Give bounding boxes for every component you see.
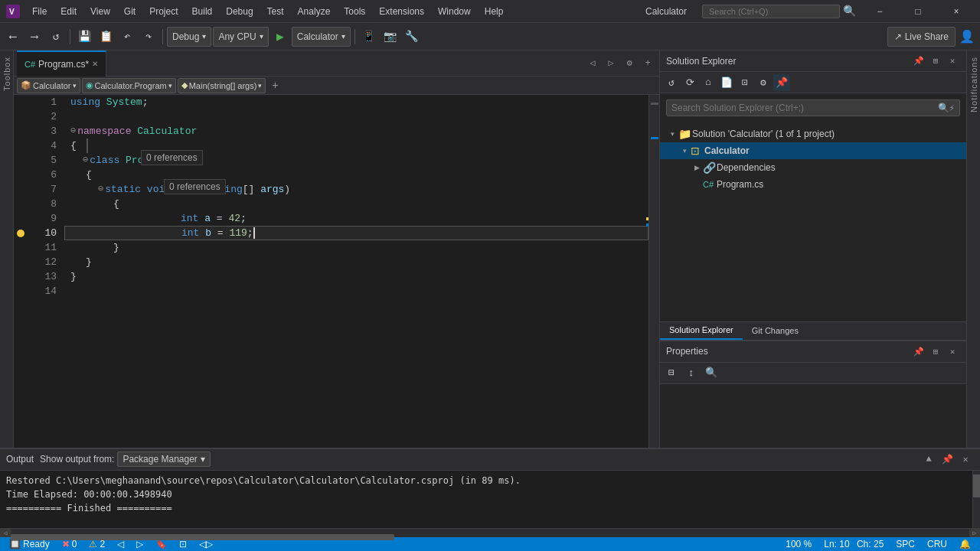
menu-debug[interactable]: Debug: [220, 5, 259, 18]
tree-item-solution[interactable]: ▾ 📁 Solution 'Calculator' (1 of 1 projec…: [660, 126, 966, 142]
tab-program-cs[interactable]: C# Program.cs* ✕: [17, 51, 106, 77]
output-scrollbar[interactable]: [972, 471, 980, 528]
se-home-button[interactable]: ⌂: [700, 74, 717, 91]
tree-item-calculator[interactable]: ▾ ⊡ Calculator: [660, 142, 966, 159]
status-line-col[interactable]: Ln: 10 Ch: 25: [821, 539, 887, 549]
global-search-input[interactable]: [702, 5, 840, 18]
expand-icon[interactable]: ▾: [678, 147, 691, 155]
se-search-box[interactable]: 🔍 ⚡: [666, 99, 960, 116]
status-spaces[interactable]: SPC: [893, 539, 918, 549]
scroll-thumb[interactable]: [973, 474, 980, 497]
output-close-button[interactable]: ✕: [957, 451, 974, 468]
add-breadcrumb-button[interactable]: +: [267, 78, 283, 93]
menu-view[interactable]: View: [84, 5, 116, 18]
code-content[interactable]: using System ; ⊖ namespace Calculator: [64, 95, 648, 448]
code-line-2: [64, 109, 648, 124]
tab-scroll-right[interactable]: ▷: [603, 55, 619, 72]
notifications-sidebar[interactable]: Notifications: [966, 51, 980, 448]
props-expand-button[interactable]: ⊞: [928, 344, 943, 359]
filter-icon[interactable]: ⚡: [949, 103, 955, 114]
code-editor[interactable]: 1 2 3 4 5 6 7 8 9 10 11 12 13 14: [14, 95, 659, 448]
hscroll-thumb[interactable]: [11, 534, 394, 540]
menu-project[interactable]: Project: [143, 5, 184, 18]
save-button[interactable]: 💾: [74, 27, 94, 47]
menu-file[interactable]: File: [26, 5, 53, 18]
props-sort-button[interactable]: ↕: [683, 364, 700, 381]
menu-analyze[interactable]: Analyze: [292, 5, 337, 18]
output-source-dropdown[interactable]: Package Manager ▾: [117, 452, 210, 467]
forward-button[interactable]: ⟶: [24, 27, 44, 47]
props-categories-button[interactable]: ⊟: [663, 364, 680, 381]
status-encoding[interactable]: CRU: [924, 539, 950, 549]
tree-item-program-cs[interactable]: C# Program.cs: [660, 176, 966, 193]
editor-scrollbar[interactable]: [648, 95, 659, 448]
status-zoom[interactable]: 100 %: [782, 539, 815, 549]
platform-dropdown[interactable]: Any CPU ▾: [213, 27, 268, 47]
expand-icon[interactable]: ▾: [666, 130, 678, 138]
menu-window[interactable]: Window: [432, 5, 477, 18]
status-notifications[interactable]: 🔔: [956, 539, 974, 549]
keyword-using: using: [70, 95, 100, 109]
add-tab-button[interactable]: +: [639, 55, 656, 72]
se-pin-active-button[interactable]: 📌: [773, 74, 790, 91]
menu-build[interactable]: Build: [186, 5, 219, 18]
screenshot-button[interactable]: 📷: [381, 27, 400, 47]
menu-git[interactable]: Git: [118, 5, 142, 18]
tab-scroll-left[interactable]: ◁: [584, 55, 601, 72]
start-button[interactable]: ▶: [270, 27, 290, 47]
tree-item-dependencies[interactable]: ▶ 🔗 Dependencies: [660, 159, 966, 176]
context-dropdown-2[interactable]: ◉ Calculator.Program ▾: [82, 78, 176, 93]
chevron-down-icon: ▾: [168, 82, 172, 90]
redo-button[interactable]: ↷: [139, 27, 158, 47]
menu-tools[interactable]: Tools: [338, 5, 371, 18]
toolbox-sidebar[interactable]: Toolbox: [0, 51, 14, 448]
account-button[interactable]: 👤: [957, 27, 977, 47]
context-dropdown-1[interactable]: 📦 Calculator ▾: [17, 78, 80, 93]
tab-close-button[interactable]: ✕: [92, 60, 98, 68]
hscroll-right-button[interactable]: ▷: [969, 528, 980, 537]
maximize-button[interactable]: □: [900, 0, 936, 23]
se-close-button[interactable]: ✕: [945, 54, 960, 69]
se-tab-git[interactable]: Git Changes: [743, 321, 808, 340]
hscroll-left-button[interactable]: ◁: [0, 528, 11, 537]
var-a: a: [204, 211, 211, 226]
se-settings-button[interactable]: ⚙: [755, 74, 772, 91]
live-share-button[interactable]: ↗ Live Share: [887, 27, 956, 47]
close-button[interactable]: ×: [939, 0, 974, 23]
se-search-input[interactable]: [671, 103, 938, 113]
se-show-files-button[interactable]: 📄: [718, 74, 735, 91]
back-button[interactable]: ⟵: [3, 27, 23, 47]
settings-icon[interactable]: ⚙: [621, 55, 638, 72]
inspect-button[interactable]: 🔧: [402, 27, 422, 47]
props-pin-button[interactable]: 📌: [911, 344, 926, 359]
project-dropdown[interactable]: Calculator ▾: [292, 27, 351, 47]
menu-test[interactable]: Test: [261, 5, 290, 18]
solution-explorer-title: Solution Explorer: [666, 56, 911, 67]
se-refresh-button[interactable]: ⟳: [681, 74, 698, 91]
se-collapse-all-button[interactable]: ⊡: [737, 74, 753, 91]
indicator-3: [14, 124, 28, 139]
search-icon: 🔍: [938, 103, 949, 114]
se-collapse-button[interactable]: ⊞: [928, 54, 943, 69]
context-dropdown-3[interactable]: ◆ Main(string[] args) ▾: [178, 78, 266, 93]
nav-bar: 📦 Calculator ▾ ◉ Calculator.Program ▾ ◆ …: [14, 77, 659, 95]
output-up-button[interactable]: ▲: [920, 451, 937, 468]
expand-icon[interactable]: ▶: [691, 164, 703, 171]
undo-button[interactable]: ↶: [117, 27, 137, 47]
menu-edit[interactable]: Edit: [54, 5, 83, 18]
menu-extensions[interactable]: Extensions: [373, 5, 430, 18]
device-button[interactable]: 📱: [359, 27, 379, 47]
save-all-button[interactable]: 📋: [96, 27, 116, 47]
debug-mode-dropdown[interactable]: Debug ▾: [167, 27, 211, 47]
chevron-down-icon: ▾: [202, 32, 206, 41]
output-pin-button[interactable]: 📌: [939, 451, 956, 468]
se-pin-button[interactable]: 📌: [911, 54, 926, 69]
output-hscrollbar[interactable]: ◁ ▷: [0, 528, 980, 537]
props-close-button[interactable]: ✕: [945, 344, 960, 359]
se-sync-button[interactable]: ↺: [663, 74, 680, 91]
menu-help[interactable]: Help: [479, 5, 510, 18]
minimize-button[interactable]: −: [862, 0, 897, 23]
props-search-button[interactable]: 🔍: [703, 364, 720, 381]
se-tab-solution[interactable]: Solution Explorer: [660, 321, 743, 340]
refresh-button[interactable]: ↺: [46, 27, 66, 47]
